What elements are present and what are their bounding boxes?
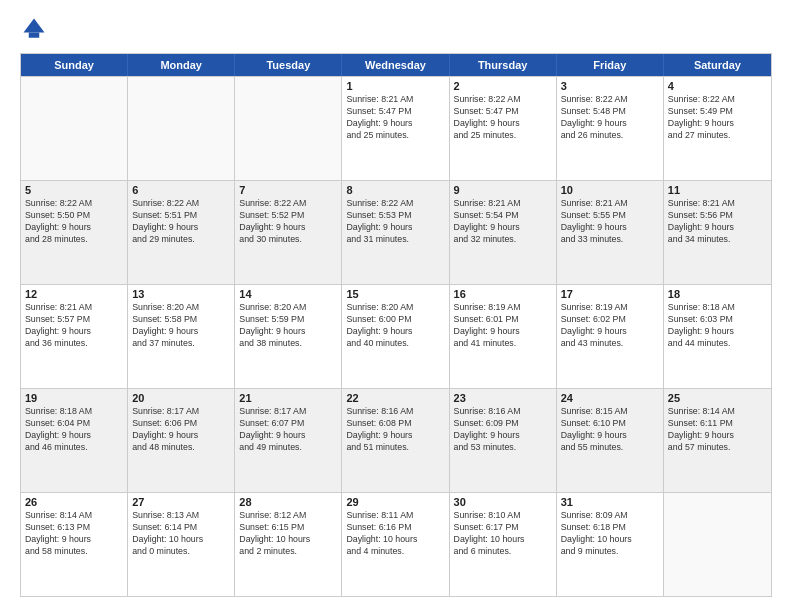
- calendar-cell: 25Sunrise: 8:14 AM Sunset: 6:11 PM Dayli…: [664, 389, 771, 492]
- calendar-cell: 23Sunrise: 8:16 AM Sunset: 6:09 PM Dayli…: [450, 389, 557, 492]
- calendar-cell: 21Sunrise: 8:17 AM Sunset: 6:07 PM Dayli…: [235, 389, 342, 492]
- calendar-cell: 1Sunrise: 8:21 AM Sunset: 5:47 PM Daylig…: [342, 77, 449, 180]
- day-number: 13: [132, 288, 230, 300]
- cell-text: Sunrise: 8:20 AM Sunset: 6:00 PM Dayligh…: [346, 302, 444, 350]
- weekday-header: Thursday: [450, 54, 557, 76]
- day-number: 2: [454, 80, 552, 92]
- calendar-cell: 13Sunrise: 8:20 AM Sunset: 5:58 PM Dayli…: [128, 285, 235, 388]
- cell-text: Sunrise: 8:22 AM Sunset: 5:47 PM Dayligh…: [454, 94, 552, 142]
- calendar-cell: 22Sunrise: 8:16 AM Sunset: 6:08 PM Dayli…: [342, 389, 449, 492]
- day-number: 9: [454, 184, 552, 196]
- cell-text: Sunrise: 8:21 AM Sunset: 5:47 PM Dayligh…: [346, 94, 444, 142]
- calendar-cell: 30Sunrise: 8:10 AM Sunset: 6:17 PM Dayli…: [450, 493, 557, 596]
- calendar-cell: 11Sunrise: 8:21 AM Sunset: 5:56 PM Dayli…: [664, 181, 771, 284]
- day-number: 25: [668, 392, 767, 404]
- day-number: 10: [561, 184, 659, 196]
- cell-text: Sunrise: 8:22 AM Sunset: 5:50 PM Dayligh…: [25, 198, 123, 246]
- calendar-cell: 29Sunrise: 8:11 AM Sunset: 6:16 PM Dayli…: [342, 493, 449, 596]
- cell-text: Sunrise: 8:22 AM Sunset: 5:51 PM Dayligh…: [132, 198, 230, 246]
- day-number: 5: [25, 184, 123, 196]
- calendar-cell: 8Sunrise: 8:22 AM Sunset: 5:53 PM Daylig…: [342, 181, 449, 284]
- cell-text: Sunrise: 8:21 AM Sunset: 5:54 PM Dayligh…: [454, 198, 552, 246]
- calendar-cell: 7Sunrise: 8:22 AM Sunset: 5:52 PM Daylig…: [235, 181, 342, 284]
- cell-text: Sunrise: 8:16 AM Sunset: 6:08 PM Dayligh…: [346, 406, 444, 454]
- calendar-cell: 6Sunrise: 8:22 AM Sunset: 5:51 PM Daylig…: [128, 181, 235, 284]
- day-number: 17: [561, 288, 659, 300]
- day-number: 8: [346, 184, 444, 196]
- cell-text: Sunrise: 8:12 AM Sunset: 6:15 PM Dayligh…: [239, 510, 337, 558]
- cell-text: Sunrise: 8:20 AM Sunset: 5:58 PM Dayligh…: [132, 302, 230, 350]
- calendar-cell: [664, 493, 771, 596]
- calendar-cell: 26Sunrise: 8:14 AM Sunset: 6:13 PM Dayli…: [21, 493, 128, 596]
- cell-text: Sunrise: 8:20 AM Sunset: 5:59 PM Dayligh…: [239, 302, 337, 350]
- cell-text: Sunrise: 8:10 AM Sunset: 6:17 PM Dayligh…: [454, 510, 552, 558]
- calendar-body: 1Sunrise: 8:21 AM Sunset: 5:47 PM Daylig…: [21, 76, 771, 596]
- day-number: 28: [239, 496, 337, 508]
- weekday-header: Friday: [557, 54, 664, 76]
- calendar-cell: 15Sunrise: 8:20 AM Sunset: 6:00 PM Dayli…: [342, 285, 449, 388]
- calendar-cell: 14Sunrise: 8:20 AM Sunset: 5:59 PM Dayli…: [235, 285, 342, 388]
- weekday-header: Monday: [128, 54, 235, 76]
- day-number: 29: [346, 496, 444, 508]
- day-number: 6: [132, 184, 230, 196]
- day-number: 1: [346, 80, 444, 92]
- day-number: 20: [132, 392, 230, 404]
- cell-text: Sunrise: 8:19 AM Sunset: 6:01 PM Dayligh…: [454, 302, 552, 350]
- cell-text: Sunrise: 8:22 AM Sunset: 5:52 PM Dayligh…: [239, 198, 337, 246]
- cell-text: Sunrise: 8:17 AM Sunset: 6:06 PM Dayligh…: [132, 406, 230, 454]
- weekday-header: Tuesday: [235, 54, 342, 76]
- day-number: 22: [346, 392, 444, 404]
- calendar-week: 19Sunrise: 8:18 AM Sunset: 6:04 PM Dayli…: [21, 388, 771, 492]
- day-number: 18: [668, 288, 767, 300]
- day-number: 21: [239, 392, 337, 404]
- weekday-header: Wednesday: [342, 54, 449, 76]
- calendar-cell: 27Sunrise: 8:13 AM Sunset: 6:14 PM Dayli…: [128, 493, 235, 596]
- svg-marker-0: [24, 19, 45, 33]
- calendar-cell: 16Sunrise: 8:19 AM Sunset: 6:01 PM Dayli…: [450, 285, 557, 388]
- calendar-cell: 24Sunrise: 8:15 AM Sunset: 6:10 PM Dayli…: [557, 389, 664, 492]
- calendar-cell: 10Sunrise: 8:21 AM Sunset: 5:55 PM Dayli…: [557, 181, 664, 284]
- calendar-cell: 3Sunrise: 8:22 AM Sunset: 5:48 PM Daylig…: [557, 77, 664, 180]
- cell-text: Sunrise: 8:22 AM Sunset: 5:53 PM Dayligh…: [346, 198, 444, 246]
- calendar-week: 5Sunrise: 8:22 AM Sunset: 5:50 PM Daylig…: [21, 180, 771, 284]
- cell-text: Sunrise: 8:18 AM Sunset: 6:03 PM Dayligh…: [668, 302, 767, 350]
- weekday-header: Sunday: [21, 54, 128, 76]
- calendar-week: 1Sunrise: 8:21 AM Sunset: 5:47 PM Daylig…: [21, 76, 771, 180]
- cell-text: Sunrise: 8:14 AM Sunset: 6:11 PM Dayligh…: [668, 406, 767, 454]
- day-number: 26: [25, 496, 123, 508]
- cell-text: Sunrise: 8:09 AM Sunset: 6:18 PM Dayligh…: [561, 510, 659, 558]
- logo-icon: [20, 15, 48, 43]
- calendar-week: 12Sunrise: 8:21 AM Sunset: 5:57 PM Dayli…: [21, 284, 771, 388]
- calendar-cell: 31Sunrise: 8:09 AM Sunset: 6:18 PM Dayli…: [557, 493, 664, 596]
- calendar-cell: 5Sunrise: 8:22 AM Sunset: 5:50 PM Daylig…: [21, 181, 128, 284]
- cell-text: Sunrise: 8:21 AM Sunset: 5:56 PM Dayligh…: [668, 198, 767, 246]
- calendar-cell: 9Sunrise: 8:21 AM Sunset: 5:54 PM Daylig…: [450, 181, 557, 284]
- cell-text: Sunrise: 8:15 AM Sunset: 6:10 PM Dayligh…: [561, 406, 659, 454]
- page: SundayMondayTuesdayWednesdayThursdayFrid…: [0, 0, 792, 612]
- calendar: SundayMondayTuesdayWednesdayThursdayFrid…: [20, 53, 772, 597]
- calendar-cell: 2Sunrise: 8:22 AM Sunset: 5:47 PM Daylig…: [450, 77, 557, 180]
- cell-text: Sunrise: 8:18 AM Sunset: 6:04 PM Dayligh…: [25, 406, 123, 454]
- logo: [20, 15, 52, 43]
- day-number: 31: [561, 496, 659, 508]
- day-number: 7: [239, 184, 337, 196]
- day-number: 27: [132, 496, 230, 508]
- day-number: 16: [454, 288, 552, 300]
- calendar-cell: 12Sunrise: 8:21 AM Sunset: 5:57 PM Dayli…: [21, 285, 128, 388]
- svg-rect-1: [29, 33, 40, 38]
- cell-text: Sunrise: 8:16 AM Sunset: 6:09 PM Dayligh…: [454, 406, 552, 454]
- day-number: 12: [25, 288, 123, 300]
- calendar-cell: [235, 77, 342, 180]
- cell-text: Sunrise: 8:22 AM Sunset: 5:49 PM Dayligh…: [668, 94, 767, 142]
- calendar-cell: [21, 77, 128, 180]
- day-number: 14: [239, 288, 337, 300]
- cell-text: Sunrise: 8:17 AM Sunset: 6:07 PM Dayligh…: [239, 406, 337, 454]
- calendar-cell: 19Sunrise: 8:18 AM Sunset: 6:04 PM Dayli…: [21, 389, 128, 492]
- cell-text: Sunrise: 8:21 AM Sunset: 5:55 PM Dayligh…: [561, 198, 659, 246]
- day-number: 3: [561, 80, 659, 92]
- calendar-header-row: SundayMondayTuesdayWednesdayThursdayFrid…: [21, 54, 771, 76]
- cell-text: Sunrise: 8:22 AM Sunset: 5:48 PM Dayligh…: [561, 94, 659, 142]
- day-number: 15: [346, 288, 444, 300]
- cell-text: Sunrise: 8:11 AM Sunset: 6:16 PM Dayligh…: [346, 510, 444, 558]
- cell-text: Sunrise: 8:13 AM Sunset: 6:14 PM Dayligh…: [132, 510, 230, 558]
